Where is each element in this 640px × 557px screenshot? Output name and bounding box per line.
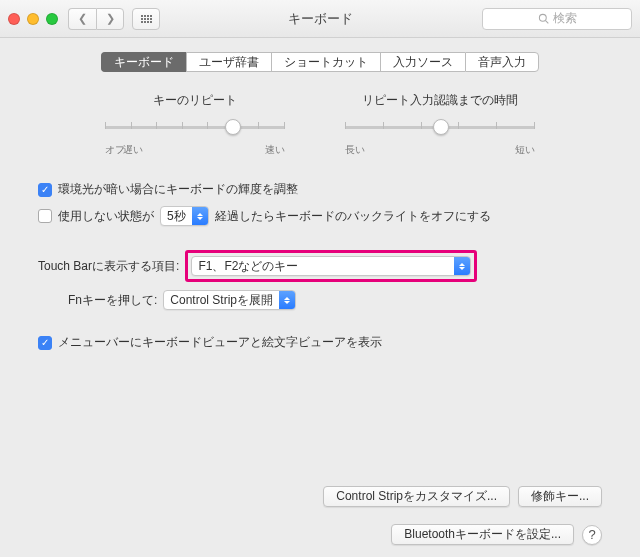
search-icon bbox=[538, 13, 549, 24]
idle-timeout-value: 5秒 bbox=[161, 208, 192, 225]
footer-buttons-2: Bluetoothキーボードを設定... ? bbox=[391, 524, 602, 545]
dim-checkbox[interactable] bbox=[38, 183, 52, 197]
touchbar-row: Touch Barに表示する項目: F1、F2などのキー bbox=[38, 250, 602, 282]
key-repeat-off-label: オフ bbox=[105, 143, 125, 157]
forward-button[interactable]: ❯ bbox=[96, 8, 124, 30]
svg-line-1 bbox=[545, 21, 548, 24]
window-controls bbox=[8, 13, 58, 25]
stepper-icon bbox=[279, 291, 295, 309]
bluetooth-button[interactable]: Bluetoothキーボードを設定... bbox=[391, 524, 574, 545]
key-repeat-slow-label: 遅い bbox=[123, 143, 143, 157]
show-all-button[interactable] bbox=[132, 8, 160, 30]
minimize-button[interactable] bbox=[27, 13, 39, 25]
back-button[interactable]: ❮ bbox=[68, 8, 96, 30]
delay-short-label: 短い bbox=[515, 143, 535, 157]
idle-timeout-select[interactable]: 5秒 bbox=[160, 206, 209, 226]
tab-shortcuts[interactable]: ショートカット bbox=[271, 52, 380, 72]
grid-icon bbox=[141, 15, 152, 23]
stepper-icon bbox=[454, 257, 470, 275]
search-field[interactable]: 検索 bbox=[482, 8, 632, 30]
tab-input-sources[interactable]: 入力ソース bbox=[380, 52, 465, 72]
viewer-row: メニューバーにキーボードビューアと絵文字ビューアを表示 bbox=[38, 334, 602, 351]
nav-buttons: ❮ ❯ bbox=[68, 8, 124, 30]
idle-row: 使用しない状態が 5秒 経過したらキーボードのバックライトをオフにする bbox=[38, 206, 602, 226]
key-repeat-fast-label: 速い bbox=[265, 143, 285, 157]
idle-checkbox[interactable] bbox=[38, 209, 52, 223]
touchbar-value: F1、F2などのキー bbox=[192, 258, 454, 275]
search-placeholder: 検索 bbox=[553, 10, 577, 27]
stepper-icon bbox=[192, 207, 208, 225]
delay-group: リピート入力認識までの時間 長い 短い bbox=[345, 92, 535, 157]
tab-bar: キーボード ユーザ辞書 ショートカット 入力ソース 音声入力 bbox=[38, 52, 602, 72]
touchbar-label: Touch Barに表示する項目: bbox=[38, 258, 179, 275]
close-button[interactable] bbox=[8, 13, 20, 25]
delay-label: リピート入力認識までの時間 bbox=[345, 92, 535, 109]
fn-row: Fnキーを押して: Control Stripを展開 bbox=[68, 290, 602, 310]
window-titlebar: ❮ ❯ キーボード 検索 bbox=[0, 0, 640, 38]
customize-button[interactable]: Control Stripをカスタマイズ... bbox=[323, 486, 510, 507]
key-repeat-slider[interactable] bbox=[105, 117, 285, 137]
help-button[interactable]: ? bbox=[582, 525, 602, 545]
tab-keyboard[interactable]: キーボード bbox=[101, 52, 186, 72]
touchbar-select[interactable]: F1、F2などのキー bbox=[191, 256, 471, 276]
fn-value: Control Stripを展開 bbox=[164, 292, 279, 309]
idle-pre-label: 使用しない状態が bbox=[58, 208, 154, 225]
fn-select[interactable]: Control Stripを展開 bbox=[163, 290, 296, 310]
dim-label: 環境光が暗い場合にキーボードの輝度を調整 bbox=[58, 181, 298, 198]
sliders-group: キーのリピート オフ 遅い 速い リピート入力認識までの時間 長い 短い bbox=[38, 92, 602, 157]
delay-slider[interactable] bbox=[345, 117, 535, 137]
viewer-checkbox[interactable] bbox=[38, 336, 52, 350]
footer-buttons: Control Stripをカスタマイズ... 修飾キー... bbox=[323, 486, 602, 507]
key-repeat-group: キーのリピート オフ 遅い 速い bbox=[105, 92, 285, 157]
delay-long-label: 長い bbox=[345, 143, 365, 157]
fn-label: Fnキーを押して: bbox=[68, 292, 157, 309]
dim-row: 環境光が暗い場合にキーボードの輝度を調整 bbox=[38, 181, 602, 198]
tab-dictation[interactable]: 音声入力 bbox=[465, 52, 539, 72]
viewer-label: メニューバーにキーボードビューアと絵文字ビューアを表示 bbox=[58, 334, 382, 351]
modifier-keys-button[interactable]: 修飾キー... bbox=[518, 486, 602, 507]
highlight-box: F1、F2などのキー bbox=[185, 250, 477, 282]
tab-user-dictionary[interactable]: ユーザ辞書 bbox=[186, 52, 271, 72]
idle-post-label: 経過したらキーボードのバックライトをオフにする bbox=[215, 208, 491, 225]
svg-point-0 bbox=[539, 14, 546, 21]
key-repeat-label: キーのリピート bbox=[105, 92, 285, 109]
content-area: キーボード ユーザ辞書 ショートカット 入力ソース 音声入力 キーのリピート オ… bbox=[0, 38, 640, 369]
zoom-button[interactable] bbox=[46, 13, 58, 25]
